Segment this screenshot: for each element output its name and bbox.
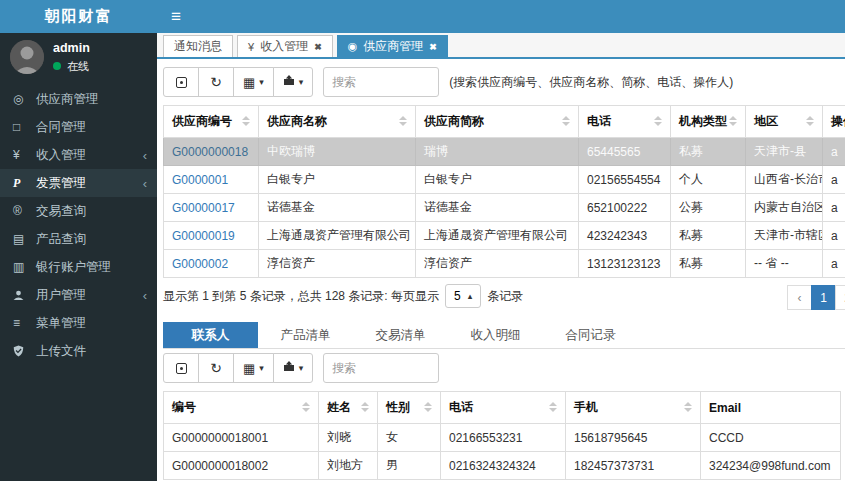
column-header-name[interactable]: 供应商名称: [259, 106, 416, 138]
caret-down-icon: ▾: [259, 77, 264, 87]
refresh-button[interactable]: ↻: [198, 67, 234, 97]
circle-dot-icon: ◎: [13, 92, 36, 106]
table-row[interactable]: G0000001 白银专户 白银专户 02156554554 个人 山西省-长治…: [164, 166, 845, 194]
page-1-button[interactable]: 1: [811, 285, 836, 310]
registered-icon: ®: [13, 204, 36, 218]
sidebar-item-label: 合同管理: [36, 119, 86, 136]
close-icon[interactable]: ✖: [429, 42, 437, 52]
toggle-icon: [176, 363, 187, 374]
column-header-mobile[interactable]: 手机: [566, 392, 701, 424]
sidebar-item-label: 银行账户管理: [36, 259, 111, 276]
pagination: 显示第 1 到第 5 条记录，总共 128 条记录: 每页显示 5 ▴ 条记录 …: [163, 284, 845, 314]
column-header-code[interactable]: 供应商编号: [164, 106, 259, 138]
toggle-pagination-button[interactable]: [163, 67, 199, 97]
export-icon: [283, 361, 295, 375]
sidebar-item-income[interactable]: ¥ 收入管理 ‹: [0, 141, 157, 169]
supplier-code-link[interactable]: G00000017: [172, 201, 235, 215]
supplier-code-link[interactable]: G0000002: [172, 257, 228, 271]
tab-label: 收入管理: [260, 38, 308, 55]
column-header-contact-phone[interactable]: 电话: [441, 392, 566, 424]
column-header-short[interactable]: 供应商简称: [416, 106, 579, 138]
contacts-table: 编号 姓名 性别 电话 手机 Email G0000000018001 刘晓 女…: [163, 391, 841, 480]
supplier-code-link[interactable]: G0000000018: [172, 145, 248, 159]
table-row[interactable]: G00000019 上海通晟资产管理有限公司 上海通晟资产管理有限公司 4232…: [164, 222, 845, 250]
table-row[interactable]: G0000000018002 刘地方 男 0216324324324 18245…: [164, 452, 841, 480]
export-button[interactable]: ▾: [273, 353, 314, 383]
main-content: 通知消息 ¥ 收入管理 ✖ ◉ 供应商管理 ✖: [157, 33, 845, 481]
contacts-search-input[interactable]: [323, 353, 439, 383]
tab-suppliers[interactable]: ◉ 供应商管理 ✖: [337, 35, 448, 57]
page-2-button[interactable]: 2: [835, 285, 845, 310]
tab-notifications[interactable]: 通知消息: [163, 35, 233, 57]
sidebar-item-menus[interactable]: ≡ 菜单管理: [0, 309, 157, 337]
prev-page-button[interactable]: ‹: [787, 285, 812, 310]
fisheye-icon: ◉: [348, 40, 358, 53]
sidebar-item-invoices[interactable]: P 发票管理 ‹: [0, 169, 157, 197]
tab-label: 通知消息: [174, 38, 222, 55]
avatar: [10, 40, 44, 74]
supplier-table: 供应商编号 供应商名称 供应商简称 电话 机构类型 地区 操作人 G000000…: [163, 105, 845, 278]
sidebar-item-transactions[interactable]: ® 交易查询: [0, 197, 157, 225]
tab-transaction-list[interactable]: 交易清单: [353, 322, 448, 348]
sort-icon: [729, 116, 737, 126]
brand-title: 朝阳财富: [0, 0, 157, 33]
table-row[interactable]: G0000000018 中欧瑞博 瑞博 65445565 私募 天津市-县 a: [164, 138, 845, 166]
page-buttons: ‹ 1 2: [788, 285, 845, 310]
columns-button[interactable]: ▦ ▾: [233, 67, 274, 97]
supplier-header-row: 供应商编号 供应商名称 供应商简称 电话 机构类型 地区 操作人: [164, 106, 845, 138]
table-row[interactable]: G0000000018001 刘晓 女 02166553231 15618795…: [164, 424, 841, 452]
sort-icon: [562, 116, 570, 126]
shield-icon: [13, 345, 36, 357]
sidebar-item-contracts[interactable]: □ 合同管理: [0, 113, 157, 141]
sidebar-toggle-icon[interactable]: ≡: [171, 8, 181, 25]
sidebar-item-upload[interactable]: 上传文件: [0, 337, 157, 365]
sidebar-item-products[interactable]: ▤ 产品查询: [0, 225, 157, 253]
column-header-operator[interactable]: 操作人: [823, 106, 845, 138]
pagination-info: 显示第 1 到第 5 条记录，总共 128 条记录: 每页显示 5 ▴ 条记录: [163, 284, 523, 308]
tab-label: 供应商管理: [363, 38, 423, 55]
tab-product-list[interactable]: 产品清单: [258, 322, 353, 348]
tab-income-detail[interactable]: 收入明细: [448, 322, 543, 348]
sidebar-item-suppliers[interactable]: ◎ 供应商管理: [0, 85, 157, 113]
supplier-search-input[interactable]: [323, 67, 439, 97]
supplier-code-link[interactable]: G0000001: [172, 173, 228, 187]
export-button[interactable]: ▾: [273, 67, 314, 97]
supplier-panel: ↻ ▦ ▾ ▾ (搜索供应商编号、供应商名称、简称、电话、操作人): [157, 59, 845, 481]
caret-down-icon: ▾: [299, 363, 304, 373]
table-row[interactable]: G00000017 诺德基金 诺德基金 652100222 公募 内蒙古自治区 …: [164, 194, 845, 222]
column-header-region[interactable]: 地区: [746, 106, 823, 138]
column-header-contact-name[interactable]: 姓名: [319, 392, 378, 424]
columns-button[interactable]: ▦ ▾: [233, 353, 274, 383]
detail-tabs: 联系人 产品清单 交易清单 收入明细 合同记录: [163, 322, 845, 349]
user-status: 在线: [53, 59, 90, 74]
sidebar-item-users[interactable]: 用户管理 ‹: [0, 281, 157, 309]
toggle-icon: [176, 77, 187, 88]
tab-income[interactable]: ¥ 收入管理 ✖: [237, 35, 333, 57]
column-header-type[interactable]: 机构类型: [671, 106, 746, 138]
sort-icon: [654, 116, 662, 126]
sort-icon: [242, 116, 250, 126]
close-icon[interactable]: ✖: [314, 42, 322, 52]
supplier-code-link[interactable]: G00000019: [172, 229, 235, 243]
list-icon: ≡: [13, 316, 36, 330]
caret-down-icon: ▾: [299, 77, 304, 87]
table-row[interactable]: G0000002 淳信资产 淳信资产 13123123123 私募 -- 省 -…: [164, 250, 845, 278]
toggle-pagination-button[interactable]: [163, 353, 199, 383]
page-size-dropdown[interactable]: 5 ▴: [445, 284, 481, 308]
column-header-contact-code[interactable]: 编号: [164, 392, 319, 424]
sidebar-item-bank-accounts[interactable]: ▥ 银行账户管理: [0, 253, 157, 281]
refresh-button[interactable]: ↻: [198, 353, 234, 383]
columns-icon: ▦: [243, 76, 255, 89]
user-panel: admin 在线: [0, 33, 157, 83]
paypal-icon: P: [13, 176, 36, 191]
column-header-phone[interactable]: 电话: [579, 106, 671, 138]
sort-icon: [399, 116, 407, 126]
tab-contract-records[interactable]: 合同记录: [543, 322, 638, 348]
sidebar-menu: ◎ 供应商管理 □ 合同管理 ¥ 收入管理 ‹ P 发票管理 ‹ ® 交易查询: [0, 85, 157, 365]
table-button-group: ↻ ▦ ▾ ▾: [163, 67, 313, 97]
sort-icon: [361, 402, 369, 412]
tab-contacts[interactable]: 联系人: [163, 322, 258, 348]
yen-icon: ¥: [248, 41, 254, 53]
column-header-gender[interactable]: 性别: [378, 392, 441, 424]
column-header-email[interactable]: Email: [701, 392, 841, 424]
